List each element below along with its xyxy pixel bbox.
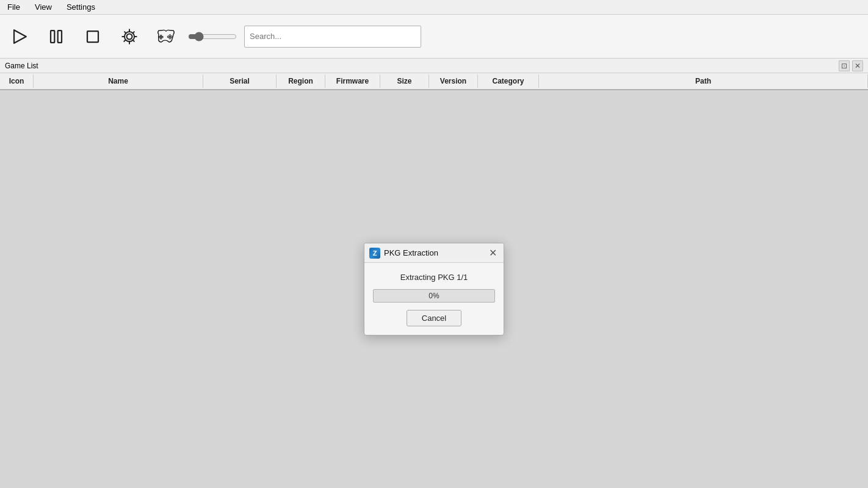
- panel-close-button[interactable]: ✕: [852, 60, 863, 71]
- svg-marker-0: [14, 30, 26, 43]
- dialog-title-left: Z PKG Extraction: [369, 248, 438, 259]
- svg-point-11: [167, 35, 169, 37]
- col-header-firmware[interactable]: Firmware: [325, 74, 380, 88]
- progress-bar-container: 0%: [373, 289, 495, 303]
- svg-point-9: [171, 35, 173, 37]
- zoom-slider[interactable]: [188, 32, 237, 41]
- menubar: File View Settings: [0, 0, 868, 15]
- svg-point-10: [169, 37, 171, 39]
- menu-file[interactable]: File: [2, 1, 25, 13]
- game-list-panel: Game List ⊡ ✕: [0, 59, 868, 73]
- svg-point-8: [169, 34, 171, 36]
- dialog-message: Extracting PKG 1/1: [373, 273, 495, 282]
- zoom-slider-container: [188, 32, 237, 41]
- stop-button[interactable]: [78, 22, 107, 51]
- svg-rect-1: [51, 30, 54, 43]
- cancel-button[interactable]: Cancel: [407, 310, 461, 326]
- col-header-serial[interactable]: Serial: [203, 74, 277, 88]
- svg-rect-2: [58, 30, 62, 43]
- col-header-icon[interactable]: Icon: [0, 74, 34, 88]
- dialog-close-button[interactable]: ✕: [486, 247, 499, 259]
- settings-button[interactable]: [115, 22, 144, 51]
- controller-button[interactable]: [151, 22, 181, 51]
- play-button[interactable]: [5, 22, 34, 51]
- svg-rect-6: [161, 35, 162, 38]
- svg-point-5: [125, 31, 134, 41]
- col-header-name[interactable]: Name: [34, 74, 203, 88]
- panel-controls: ⊡ ✕: [839, 60, 863, 71]
- search-input[interactable]: [250, 32, 416, 41]
- game-list-title: Game List: [5, 62, 38, 70]
- menu-view[interactable]: View: [30, 1, 57, 13]
- dialog-app-icon: Z: [369, 248, 380, 259]
- col-header-path[interactable]: Path: [539, 74, 868, 88]
- col-header-category[interactable]: Category: [478, 74, 539, 88]
- dialog-actions: Cancel: [373, 310, 495, 326]
- content-area: Z PKG Extraction ✕ Extracting PKG 1/1 0%…: [0, 90, 868, 488]
- progress-bar-label: 0%: [429, 292, 439, 300]
- modal-overlay: Z PKG Extraction ✕ Extracting PKG 1/1 0%…: [0, 90, 868, 488]
- svg-point-4: [127, 34, 132, 39]
- col-header-size[interactable]: Size: [380, 74, 429, 88]
- dialog-title-text: PKG Extraction: [384, 248, 438, 257]
- panel-restore-button[interactable]: ⊡: [839, 60, 850, 71]
- menu-settings[interactable]: Settings: [62, 1, 100, 13]
- svg-rect-7: [159, 36, 162, 37]
- toolbar: [0, 15, 868, 59]
- pause-button[interactable]: [42, 22, 71, 51]
- col-header-version[interactable]: Version: [429, 74, 478, 88]
- table-header: Icon Name Serial Region Firmware Size Ve…: [0, 73, 868, 90]
- dialog-body: Extracting PKG 1/1 0% Cancel: [364, 263, 504, 335]
- svg-rect-3: [87, 31, 98, 42]
- search-box[interactable]: [244, 26, 421, 48]
- pkg-extraction-dialog: Z PKG Extraction ✕ Extracting PKG 1/1 0%…: [364, 243, 504, 336]
- dialog-titlebar: Z PKG Extraction ✕: [364, 243, 504, 263]
- col-header-region[interactable]: Region: [277, 74, 325, 88]
